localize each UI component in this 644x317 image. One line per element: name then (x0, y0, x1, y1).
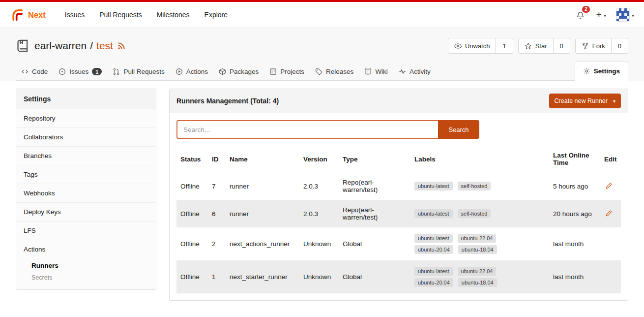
runner-version: Unknown (299, 227, 339, 260)
tab-label: Pull Requests (123, 68, 164, 75)
runner-name: runner (226, 172, 299, 200)
tab-code[interactable]: Code (16, 63, 53, 80)
sidebar-item-deploy-keys[interactable]: Deploy Keys (16, 203, 156, 222)
issue-icon (59, 68, 66, 75)
runner-row: Offline 2 next_actions_runner Unknown Gl… (176, 227, 621, 260)
runner-type: Repo(earl-warren/test) (339, 200, 410, 227)
sidebar-item-tags[interactable]: Tags (16, 165, 156, 184)
main-content: Settings Repository Collaborators Branch… (0, 81, 644, 301)
nav-item-issues[interactable]: Issues (58, 7, 92, 23)
edit-runner-button[interactable] (604, 181, 614, 190)
pencil-icon (605, 210, 613, 217)
top-navbar: Next Issues Pull Requests Milestones Exp… (0, 0, 644, 28)
sidebar-item-webhooks[interactable]: Webhooks (16, 184, 156, 203)
fork-button[interactable]: Fork (576, 38, 611, 53)
project-board-icon (269, 68, 277, 75)
tab-packages[interactable]: Packages (213, 63, 264, 80)
tab-settings[interactable]: Settings (575, 62, 628, 81)
star-button[interactable]: Star (519, 38, 553, 53)
runner-name: runner (226, 200, 299, 227)
forks-count[interactable]: 0 (611, 38, 628, 53)
tab-label: Actions (186, 68, 208, 75)
stars-count[interactable]: 0 (553, 38, 570, 53)
create-runner-button[interactable]: Create new Runner (549, 94, 621, 108)
edit-runner-button[interactable] (604, 209, 614, 218)
label-badge: ubuntu-latest (414, 234, 453, 243)
tab-releases[interactable]: Releases (310, 63, 359, 80)
pull-request-icon (113, 68, 120, 75)
avatar (616, 8, 630, 22)
create-runner-label: Create new Runner (555, 97, 608, 104)
forgejo-logo-icon (10, 8, 24, 22)
tab-activity[interactable]: Activity (393, 63, 436, 80)
notifications-button[interactable]: 2 (574, 9, 586, 21)
breadcrumb-separator: / (90, 40, 93, 52)
runner-last-online: 5 hours ago (549, 172, 600, 200)
create-new-dropdown[interactable] (596, 9, 606, 20)
label-badge: ubuntu-latest (414, 182, 453, 190)
runner-name: next_starter_runner (226, 260, 299, 293)
nav-item-pull-requests[interactable]: Pull Requests (92, 7, 149, 23)
sidebar-item-collaborators[interactable]: Collaborators (16, 128, 156, 147)
tab-pull-requests[interactable]: Pull Requests (107, 63, 170, 80)
chevron-down-icon (611, 97, 615, 104)
search-button[interactable]: Search (438, 120, 479, 139)
brand-name: Next (28, 10, 46, 20)
sidebar-item-branches[interactable]: Branches (16, 147, 156, 165)
label-badge: self-hosted (458, 209, 491, 218)
label-badge: ubuntu-22.04 (458, 234, 497, 243)
unwatch-button[interactable]: Unwatch (448, 38, 496, 53)
book-icon (364, 68, 372, 75)
plus-icon (596, 9, 602, 20)
repo-owner-link[interactable]: earl-warren (34, 40, 87, 52)
tab-label: Wiki (375, 68, 388, 75)
repo-header: earl-warren / test Unwatch (0, 28, 644, 81)
rss-feed-icon[interactable] (117, 41, 126, 50)
nav-item-milestones[interactable]: Milestones (149, 7, 197, 23)
sidebar-item-actions[interactable]: Actions (16, 240, 156, 258)
repo-name-link[interactable]: test (96, 40, 113, 52)
runners-panel-header: Runners Management (Total: 4) Create new… (169, 89, 628, 113)
tab-label: Projects (280, 68, 304, 75)
tab-label: Activity (410, 68, 431, 75)
runner-name: next_actions_runner (226, 227, 299, 260)
col-header-status: Status (176, 146, 208, 172)
runner-status: Offline (176, 200, 208, 227)
search-input[interactable] (176, 120, 439, 139)
pencil-icon (605, 182, 613, 190)
home-link[interactable]: Next (10, 8, 46, 22)
pulse-icon (399, 68, 406, 75)
chevron-down-icon (602, 11, 606, 19)
tab-wiki[interactable]: Wiki (359, 63, 393, 80)
sidebar-item-secrets[interactable]: Secrets (31, 272, 148, 284)
tab-actions[interactable]: Actions (170, 63, 213, 80)
fork-icon (582, 42, 589, 50)
label-badge: self-hosted (458, 182, 491, 190)
label-badge: ubuntu-latest (414, 267, 453, 276)
watchers-count[interactable]: 1 (496, 38, 512, 53)
label-badge: ubuntu-22.04 (458, 267, 497, 276)
tab-label: Code (32, 68, 48, 75)
runner-version: Unknown (299, 260, 339, 293)
repo-breadcrumb: earl-warren / test (34, 40, 113, 52)
runner-type: Repo(earl-warren/test) (339, 172, 410, 200)
runner-last-online: 20 hours ago (549, 200, 600, 227)
sidebar-item-lfs[interactable]: LFS (16, 222, 156, 240)
sidebar-item-runners[interactable]: Runners (31, 259, 148, 272)
issues-count-badge: 1 (92, 68, 102, 75)
package-icon (219, 68, 226, 75)
settings-sidebar: Settings Repository Collaborators Branch… (16, 89, 156, 290)
runner-version: 2.0.3 (299, 200, 339, 227)
sidebar-item-repository[interactable]: Repository (16, 109, 156, 128)
label-badge: ubuntu-20.04 (414, 245, 453, 254)
col-header-type: Type (339, 146, 410, 172)
runner-row: Offline 1 next_starter_runner Unknown Gl… (176, 260, 621, 293)
runner-row: Offline 7 runner 2.0.3 Repo(earl-warren/… (176, 172, 621, 200)
tab-projects[interactable]: Projects (264, 63, 310, 80)
tab-issues[interactable]: Issues 1 (53, 63, 107, 80)
nav-item-explore[interactable]: Explore (197, 7, 235, 23)
user-menu[interactable] (616, 8, 634, 22)
page-title: Runners Management (Total: 4) (176, 97, 279, 105)
runner-version: 2.0.3 (299, 172, 339, 200)
runner-id: 2 (208, 227, 226, 260)
